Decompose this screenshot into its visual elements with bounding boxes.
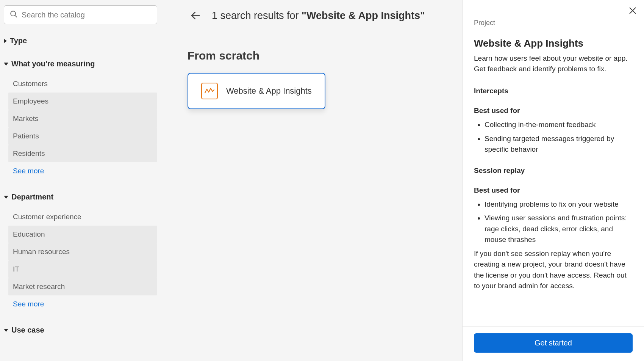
get-started-button[interactable]: Get started (474, 333, 633, 353)
filter-item[interactable]: Market research (8, 278, 157, 295)
intercepts-list: Collecting in-the-moment feedback Sendin… (474, 119, 633, 155)
filter-usecase-label: Use case (11, 326, 44, 334)
filter-item[interactable]: Education (8, 226, 157, 243)
search-icon (9, 10, 18, 20)
filter-measuring[interactable]: What you're measuring (4, 58, 157, 70)
filter-department-items: Customer experience Education Human reso… (4, 208, 157, 313)
replay-list: Identifying problems to fix on your webs… (474, 199, 633, 245)
best-used-for-label: Best used for (474, 107, 633, 115)
filter-type[interactable]: Type (4, 35, 157, 47)
filter-department-label: Department (11, 193, 53, 201)
filter-measuring-items: Customers Employees Markets Patients Res… (4, 75, 157, 180)
filter-usecase[interactable]: Use case (4, 324, 157, 336)
filter-item[interactable]: Employees (8, 93, 157, 110)
chevron-right-icon (4, 39, 7, 43)
see-more-link[interactable]: See more (8, 295, 48, 313)
detail-kicker: Project (474, 19, 633, 27)
result-card[interactable]: Website & App Insights (188, 73, 325, 109)
list-item: Collecting in-the-moment feedback (485, 119, 633, 130)
detail-panel: Project Website & App Insights Learn how… (462, 0, 644, 361)
replay-note: If you don't see session replay when you… (474, 248, 633, 292)
filter-item[interactable]: Customer experience (8, 208, 157, 226)
list-item: Identifying problems to fix on your webs… (485, 199, 633, 210)
svg-line-1 (15, 16, 17, 17)
svg-point-0 (11, 11, 16, 16)
detail-footer: Get started (463, 326, 644, 361)
filter-item[interactable]: IT (8, 261, 157, 278)
results-header-text: 1 search results for "Website & App Insi… (212, 10, 425, 22)
filter-measuring-label: What you're measuring (11, 60, 95, 68)
sidebar: Type What you're measuring Customers Emp… (0, 0, 161, 361)
filter-item[interactable]: Human resources (8, 243, 157, 261)
filter-item[interactable]: Customers (8, 75, 157, 93)
chevron-down-icon (4, 329, 8, 332)
arrow-left-icon (190, 10, 201, 21)
list-item: Sending targeted messages triggered by s… (485, 133, 633, 155)
results-query: "Website & App Insights" (302, 10, 425, 21)
replay-heading: Session replay (474, 166, 633, 175)
chevron-down-icon (4, 63, 8, 66)
filter-item[interactable]: Markets (8, 110, 157, 127)
detail-body: Project Website & App Insights Learn how… (463, 0, 644, 326)
back-button[interactable] (188, 8, 203, 24)
search-field-wrapper[interactable] (4, 5, 157, 24)
chevron-down-icon (4, 196, 8, 199)
filter-department[interactable]: Department (4, 191, 157, 203)
results-prefix: 1 search results for (212, 10, 302, 21)
close-icon (629, 7, 636, 14)
insights-icon (201, 83, 218, 99)
search-input[interactable] (22, 11, 152, 19)
filter-item[interactable]: Patients (8, 127, 157, 145)
detail-title: Website & App Insights (474, 38, 633, 49)
filter-item[interactable]: Residents (8, 145, 157, 162)
result-card-label: Website & App Insights (226, 86, 312, 96)
see-more-link[interactable]: See more (8, 162, 48, 180)
filter-type-label: Type (10, 36, 27, 45)
detail-description: Learn how users feel about your website … (474, 53, 633, 74)
best-used-for-label: Best used for (474, 186, 633, 195)
close-button[interactable] (627, 5, 638, 18)
list-item: Viewing user sessions and frustration po… (485, 213, 633, 245)
intercepts-heading: Intercepts (474, 87, 633, 95)
